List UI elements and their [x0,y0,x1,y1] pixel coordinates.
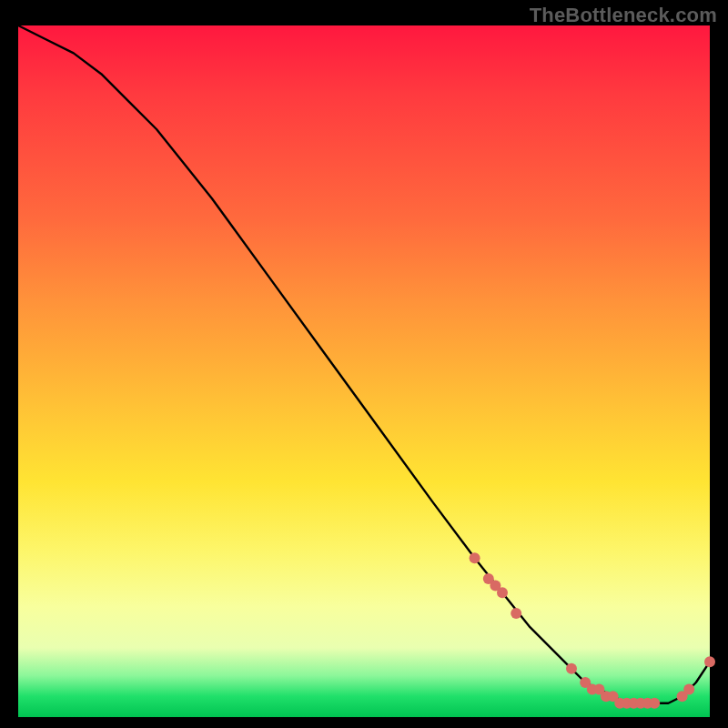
highlight-marker [683,684,694,695]
watermark-text: TheBottleneck.com [530,4,717,27]
highlight-marker [704,656,715,667]
chart-svg [18,25,710,717]
highlight-marker [649,698,660,709]
highlight-marker [566,663,577,674]
highlight-marker [497,587,508,598]
highlight-markers [470,552,715,709]
highlight-marker [470,552,480,563]
highlight-marker [511,608,521,619]
plot-area [18,25,710,717]
chart-stage: TheBottleneck.com [0,0,728,728]
bottleneck-curve [18,25,710,703]
